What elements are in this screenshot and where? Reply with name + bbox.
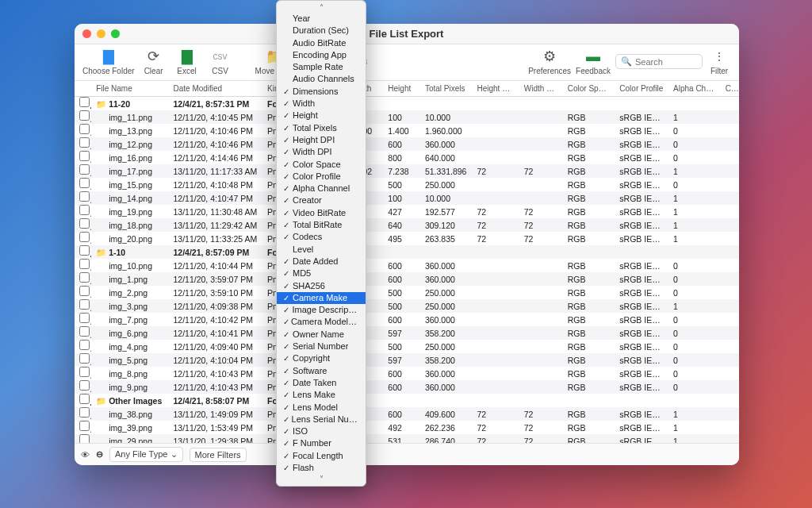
column-header[interactable]: Alpha Chan...: [668, 81, 721, 97]
menu-item[interactable]: ✓Total BitRate: [277, 219, 366, 231]
table-row[interactable]: img_8.png12/11/20, 4:10:43 PMPng Image00…: [75, 367, 739, 380]
column-header[interactable]: Cr...: [721, 81, 739, 97]
row-checkbox[interactable]: [79, 340, 90, 350]
column-header[interactable]: Date Modified: [168, 81, 262, 97]
menu-item[interactable]: ✓ISO: [277, 425, 366, 437]
menu-item[interactable]: ✓Lens Make: [277, 389, 366, 401]
row-checkbox[interactable]: [79, 353, 90, 364]
menu-item[interactable]: Duration (Sec): [277, 25, 366, 37]
file-type-select[interactable]: Any File Type ⌄: [109, 447, 183, 462]
menu-item[interactable]: ✓Width DPI: [277, 146, 366, 158]
menu-item[interactable]: ✓Focal Length: [277, 450, 366, 462]
table-row[interactable]: img_19.png13/11/20, 11:30:48 AMPng Image…: [75, 205, 739, 218]
scroll-down-icon[interactable]: ˅: [277, 474, 366, 484]
menu-item[interactable]: ✓Color Profile: [277, 171, 366, 183]
row-checkbox[interactable]: [79, 218, 90, 229]
row-checkbox[interactable]: [79, 299, 90, 310]
column-header[interactable]: Color Profile: [615, 81, 668, 97]
row-checkbox[interactable]: [79, 124, 90, 134]
menu-item[interactable]: Audio Channels: [277, 73, 366, 85]
row-checkbox[interactable]: [79, 407, 90, 418]
table-row[interactable]: img_38.png13/11/20, 1:49:09 PMPng Image0…: [75, 407, 739, 421]
menu-item[interactable]: ✓Camera Make: [277, 292, 366, 304]
clear-button[interactable]: ⟳ Clear: [140, 48, 168, 75]
minimize-icon[interactable]: [97, 29, 105, 38]
row-checkbox[interactable]: [79, 326, 90, 337]
columns-dropdown[interactable]: ˄ YearDuration (Sec)Audio BitRateEncodin…: [276, 0, 366, 487]
folder-row[interactable]: 📁Other Images12/4/21, 8:58:07 PMFolder: [75, 394, 739, 407]
menu-item[interactable]: ✓Height: [277, 110, 366, 121]
table-row[interactable]: img_9.png12/11/20, 4:10:43 PMPng Image00…: [75, 380, 739, 394]
menu-item[interactable]: Sample Rate: [277, 61, 366, 73]
menu-item[interactable]: ✓F Number: [277, 437, 366, 449]
menu-item[interactable]: ✓Serial Number: [277, 341, 366, 352]
table-row[interactable]: img_14.png12/11/20, 4:10:47 PMPng Image0…: [75, 191, 739, 205]
menu-item[interactable]: ✓Codecs: [277, 231, 366, 243]
table-row[interactable]: img_29.png13/11/20, 1:29:38 PMPng Image3…: [75, 434, 739, 443]
row-checkbox[interactable]: [79, 421, 90, 431]
menu-item[interactable]: ✓Alpha Channel: [277, 183, 366, 194]
table-row[interactable]: img_20.png13/11/20, 11:33:25 AMPng Image…: [75, 232, 739, 245]
row-checkbox[interactable]: [79, 97, 90, 107]
row-checkbox[interactable]: [79, 191, 90, 202]
menu-item[interactable]: ✓Flash: [277, 462, 366, 474]
menu-item[interactable]: ✓Date Taken: [277, 377, 366, 389]
column-header[interactable]: Width DPI: [519, 81, 563, 97]
menu-item[interactable]: ✓Owner Name: [277, 329, 366, 341]
eye-icon[interactable]: 👁: [81, 450, 90, 460]
row-checkbox[interactable]: [79, 205, 90, 215]
table-row[interactable]: img_11.png12/11/20, 4:10:45 PMPng Image1…: [75, 110, 739, 124]
column-header[interactable]: Height: [383, 81, 420, 97]
menu-item[interactable]: ✓Creator: [277, 194, 366, 206]
table-row[interactable]: img_2.png12/11/20, 3:59:10 PMPng Image00…: [75, 286, 739, 299]
menu-item[interactable]: Level: [277, 244, 366, 256]
row-checkbox[interactable]: [79, 232, 90, 242]
column-header[interactable]: Total Pixels: [420, 81, 473, 97]
column-header[interactable]: Height DPI: [472, 81, 519, 97]
preferences-button[interactable]: ⚙ Preferences: [528, 48, 571, 75]
more-filters-button[interactable]: More Filters: [190, 448, 247, 462]
menu-item[interactable]: ✓Total Pixels: [277, 122, 366, 134]
column-header[interactable]: [75, 81, 91, 97]
choose-folder-button[interactable]: ▇ Choose Folder: [82, 48, 135, 75]
row-checkbox[interactable]: [79, 259, 90, 269]
menu-item[interactable]: ✓Height DPI: [277, 134, 366, 146]
menu-item[interactable]: Year: [277, 13, 366, 25]
row-checkbox[interactable]: [79, 272, 90, 283]
table-row[interactable]: img_5.png12/11/20, 4:10:04 PMPng Image97…: [75, 353, 739, 367]
menu-item[interactable]: ✓Software: [277, 365, 366, 377]
table-row[interactable]: img_18.png13/11/20, 11:29:42 AMPng Image…: [75, 218, 739, 232]
menu-item[interactable]: ✓Dimensions: [277, 86, 366, 98]
csv-button[interactable]: csv CSV: [206, 48, 235, 75]
menu-item[interactable]: ✓SHA256: [277, 280, 366, 292]
remove-icon[interactable]: ⊖: [96, 449, 103, 460]
menu-item[interactable]: ✓Lens Serial Number: [277, 414, 366, 425]
row-checkbox[interactable]: [79, 286, 90, 296]
close-icon[interactable]: [82, 29, 91, 38]
row-checkbox[interactable]: [79, 434, 90, 443]
menu-item[interactable]: ✓Color Space: [277, 159, 366, 171]
table-row[interactable]: img_12.png12/11/20, 4:10:46 PMPng Image0…: [75, 137, 739, 151]
table-row[interactable]: img_13.png12/11/20, 4:10:46 PMPng Image1…: [75, 124, 739, 137]
menu-item[interactable]: Audio BitRate: [277, 37, 366, 49]
column-header[interactable]: Color Space: [563, 81, 615, 97]
menu-item[interactable]: ✓Video BitRate: [277, 207, 366, 219]
feedback-button[interactable]: ▬ Feedback: [576, 48, 611, 75]
menu-item[interactable]: ✓Copyright: [277, 352, 366, 364]
table-row[interactable]: img_3.png12/11/20, 4:09:38 PMPng Image00…: [75, 299, 739, 313]
table-row[interactable]: img_7.png12/11/20, 4:10:42 PMPng Image00…: [75, 313, 739, 326]
table-row[interactable]: img_6.png12/11/20, 4:10:41 PMPng Image97…: [75, 326, 739, 340]
row-checkbox[interactable]: [79, 137, 90, 148]
fullscreen-icon[interactable]: [111, 29, 120, 38]
row-checkbox[interactable]: [79, 367, 90, 377]
row-checkbox[interactable]: [79, 110, 90, 121]
row-checkbox[interactable]: [79, 178, 90, 188]
menu-item[interactable]: Encoding App: [277, 49, 366, 61]
row-checkbox[interactable]: [79, 313, 90, 323]
row-checkbox[interactable]: [79, 380, 90, 391]
table-row[interactable]: img_4.png12/11/20, 4:09:40 PMPng Image00…: [75, 340, 739, 353]
row-checkbox[interactable]: [79, 151, 90, 161]
table-row[interactable]: img_15.png12/11/20, 4:10:48 PMPng Image0…: [75, 178, 739, 191]
table-row[interactable]: img_17.png13/11/20, 11:17:33 AMPng Image…: [75, 164, 739, 178]
search-field[interactable]: 🔍: [615, 54, 703, 69]
